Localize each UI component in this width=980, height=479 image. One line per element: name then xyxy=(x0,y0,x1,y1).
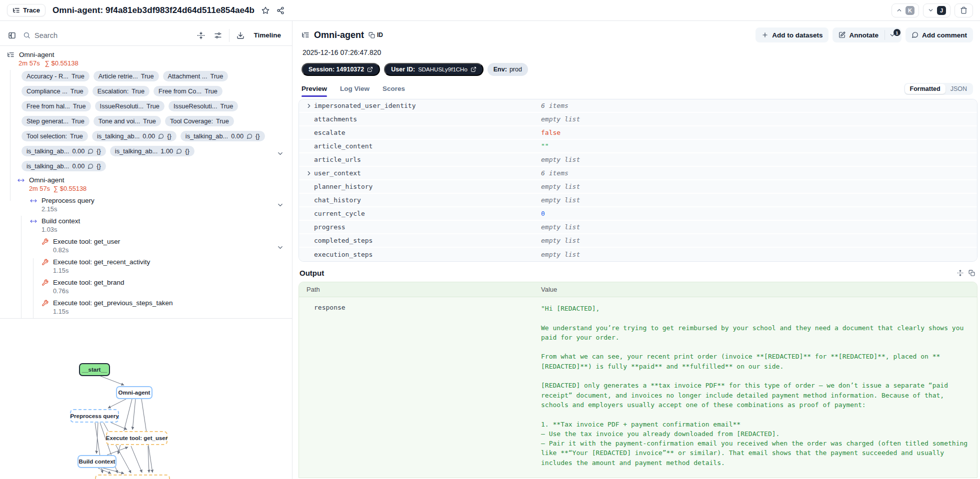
score-tag[interactable]: Tool Coverage:True xyxy=(165,116,234,126)
expand-chevron-right-icon[interactable] xyxy=(306,102,312,109)
score-tag[interactable]: Escalation:True xyxy=(92,86,150,96)
sliders-icon xyxy=(214,31,222,39)
output-response-value: "Hi [REDACTED], We understand you’re try… xyxy=(541,304,977,468)
copy-id-button[interactable]: ID xyxy=(368,31,383,38)
external-link-icon xyxy=(470,66,476,72)
table-row: escalate false xyxy=(299,126,977,140)
span-duration: 2m 57s xyxy=(18,59,40,67)
trace-sidebar: Timeline Omni-agent 2m 57s ∑ $0.55138 Ac… xyxy=(0,21,292,479)
score-tag[interactable]: Free from Co...True xyxy=(154,86,222,96)
tree-node-build-context[interactable]: Build context 1.03s xyxy=(30,217,292,233)
collapse-panel-button[interactable] xyxy=(6,29,18,41)
timeline-toggle-button[interactable]: Timeline xyxy=(252,29,286,41)
collapse-build-context-button[interactable] xyxy=(276,244,284,253)
trash-icon xyxy=(960,6,968,14)
annotate-button-group: Annotate 1 xyxy=(832,27,902,42)
span-duration: 1.15s xyxy=(53,267,292,274)
graph-node-start[interactable]: __start__ xyxy=(79,363,110,376)
copy-output-button[interactable] xyxy=(968,270,975,276)
chevron-down-icon xyxy=(276,201,284,209)
table-row: article_urls empty list xyxy=(299,153,977,167)
collapse-trace-root-button[interactable] xyxy=(276,150,284,159)
score-tag[interactable]: IssueResoluti...True xyxy=(95,101,164,111)
graph-node-omni-agent[interactable]: Omni-agent xyxy=(116,386,152,399)
chevron-down-icon xyxy=(276,150,284,157)
span-name: Execute tool: get_previous_steps_taken xyxy=(53,299,172,307)
score-tag[interactable]: Compliance ...True xyxy=(22,86,88,96)
fold-vertical-icon xyxy=(197,31,205,39)
search-input[interactable] xyxy=(34,31,190,39)
star-icon xyxy=(262,6,270,14)
collapse-agent-button[interactable] xyxy=(276,201,284,210)
score-tag[interactable]: Free from hal...True xyxy=(22,101,91,111)
score-tag[interactable]: Tool selection:True xyxy=(22,131,88,141)
unfold-vertical-icon xyxy=(957,270,964,276)
score-tag[interactable]: Tone and voi...True xyxy=(94,116,161,126)
nav-next-trace-button[interactable]: J xyxy=(923,3,950,17)
span-duration: 0.82s xyxy=(53,246,292,254)
span-duration: 2.15s xyxy=(42,205,292,213)
tree-node-tool-get-brand[interactable]: Execute tool: get_brand 0.76s xyxy=(42,279,292,295)
span-name: Omni-agent xyxy=(29,176,64,184)
annotate-button[interactable]: Annotate xyxy=(832,27,884,42)
view-settings-button[interactable] xyxy=(212,29,224,41)
tab-preview[interactable]: Preview xyxy=(302,85,327,97)
score-tag[interactable]: is_talking_ab...0.00{} xyxy=(22,161,106,171)
span-name: Execute tool: get_user xyxy=(53,238,120,245)
share-button[interactable] xyxy=(276,6,284,14)
tree-node-trace-root[interactable]: Omni-agent xyxy=(0,51,292,58)
add-comment-button[interactable]: Add comment xyxy=(906,27,973,42)
score-tag[interactable]: IssueResoluti...True xyxy=(168,101,238,111)
top-bar: Trace Omni-agent: 9f4a81eb3df983f24d64d5… xyxy=(0,0,980,21)
score-tag[interactable]: Article retrie...True xyxy=(94,71,159,81)
table-row: current_cycle 0 xyxy=(299,207,977,221)
chevron-down-icon xyxy=(276,244,284,251)
score-tag[interactable]: is_talking_ab...1.00{} xyxy=(110,146,194,156)
format-toggle: Formatted JSON xyxy=(904,83,973,95)
bookmark-star-button[interactable] xyxy=(262,6,270,14)
wrench-icon xyxy=(42,238,48,245)
tab-scores[interactable]: Scores xyxy=(382,85,405,97)
score-tag[interactable]: Step generat...True xyxy=(22,116,90,126)
collapse-all-button[interactable] xyxy=(195,29,207,41)
graph-node-execute-tool-get-user[interactable]: Execute tool: get_user xyxy=(106,431,168,445)
span-duration: 1.15s xyxy=(53,308,292,315)
output-section-title: Output xyxy=(300,269,324,277)
tree-node-tool-get-previous-steps-taken[interactable]: Execute tool: get_previous_steps_taken 1… xyxy=(42,299,292,315)
tree-node-agent[interactable]: Omni-agent 2m 57s ∑ $0.55138 xyxy=(18,176,292,192)
span-cost-row: 2m 57s ∑ $0.55138 xyxy=(29,185,292,192)
span-name: Preprocess query xyxy=(42,197,94,204)
column-header-value: Value xyxy=(541,286,557,293)
search-icon xyxy=(23,31,30,39)
expand-output-button[interactable] xyxy=(957,270,964,276)
tree-node-preprocess-query[interactable]: Preprocess query 2.15s xyxy=(30,197,292,213)
download-button[interactable] xyxy=(234,29,246,41)
expand-chevron-right-icon[interactable] xyxy=(306,170,312,177)
score-tag[interactable]: is_talking_ab...0.00{} xyxy=(92,131,176,141)
panel-left-icon xyxy=(8,31,16,39)
format-option-formatted[interactable]: Formatted xyxy=(905,84,946,94)
detail-tabs: Preview Log View Scores Formatted JSON xyxy=(292,76,980,97)
score-tag[interactable]: is_talking_ab...0.00{} xyxy=(180,131,265,141)
wrench-icon xyxy=(42,279,48,286)
user-id-badge[interactable]: User ID: SDAHUSLy9f1CHo xyxy=(384,63,484,76)
format-option-json[interactable]: JSON xyxy=(946,84,972,94)
score-tag[interactable]: Accuracy - R...True xyxy=(22,71,90,81)
trace-type-chip[interactable]: Trace xyxy=(7,4,46,16)
tree-node-tool-get-recent-activity[interactable]: Execute tool: get_recent_activity 1.15s xyxy=(42,258,292,274)
graph-node-build-context[interactable]: Build context xyxy=(78,455,116,468)
score-tag[interactable]: Attachment ...True xyxy=(163,71,228,81)
score-tag[interactable]: is_talking_ab...0.00{} xyxy=(22,146,106,156)
tab-log-view[interactable]: Log View xyxy=(340,85,370,97)
nav-previous-trace-button[interactable]: K xyxy=(892,3,919,17)
span-timestamp: 2025-12-16 07:26:47.820 xyxy=(302,48,973,56)
session-badge[interactable]: Session: 14910372 xyxy=(302,63,380,76)
annotate-dropdown-button[interactable]: 1 xyxy=(885,27,902,42)
graph-node-clipped[interactable] xyxy=(95,475,170,479)
graph-node-preprocess-query[interactable]: Preprocess query xyxy=(70,409,119,423)
comment-icon xyxy=(88,163,94,169)
add-to-datasets-button[interactable]: Add to datasets xyxy=(756,27,828,42)
tree-node-tool-get-user[interactable]: Execute tool: get_user 0.82s xyxy=(42,238,292,254)
trace-cost-row: 2m 57s ∑ $0.55138 xyxy=(18,59,292,67)
delete-trace-button[interactable] xyxy=(954,3,973,17)
